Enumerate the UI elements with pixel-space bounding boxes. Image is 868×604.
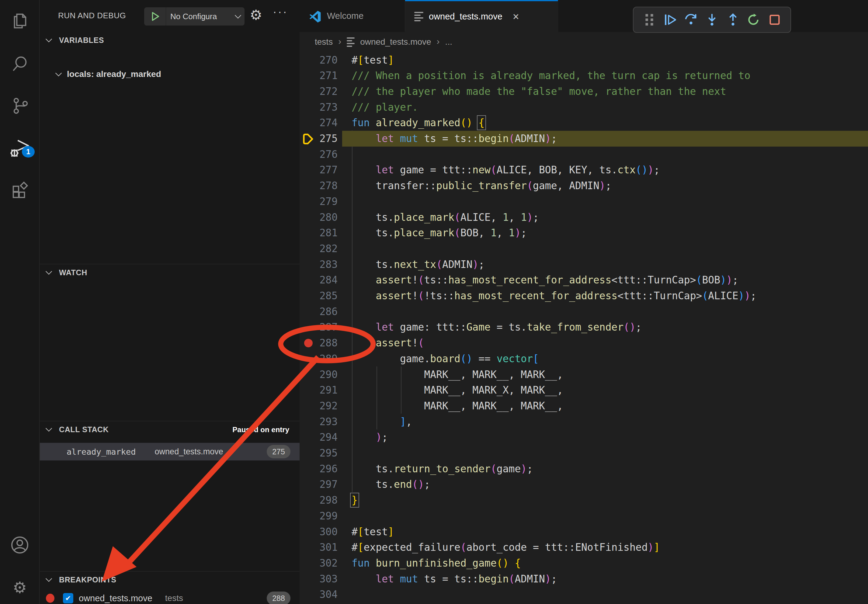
continue-icon[interactable] (662, 12, 678, 28)
gutter[interactable] (299, 571, 316, 587)
code-line-277[interactable]: 277 let game = ttt::new(ALICE, BOB, KEY,… (299, 162, 868, 178)
code-line-294[interactable]: 294 ); (299, 429, 868, 445)
code-line-271[interactable]: 271/// When a position is already marked… (299, 68, 868, 84)
tab-owned-tests-move[interactable]: owned_tests.move × (405, 0, 558, 32)
gutter[interactable] (299, 146, 316, 162)
gutter[interactable] (299, 414, 316, 429)
debug-settings-gear-icon[interactable]: ⚙ (250, 7, 262, 23)
code-line-281[interactable]: 281 ts.place_mark(BOB, 1, 1); (299, 225, 868, 241)
code-line-302[interactable]: 302fun burn_unfinished_game() { (299, 555, 868, 571)
code-line-288[interactable]: 288 assert!( (299, 335, 868, 351)
step-out-icon[interactable] (725, 12, 741, 28)
search-icon[interactable] (0, 49, 40, 79)
code-line-301[interactable]: 301#[expected_failure(abort_code = ttt::… (299, 539, 868, 555)
settings-gear-icon[interactable]: ⚙ (0, 573, 40, 602)
close-icon[interactable]: × (513, 10, 519, 23)
variables-section-header[interactable]: VARIABLES (40, 32, 299, 49)
code-line-297[interactable]: 297 ts.end(); (299, 477, 868, 492)
gutter[interactable] (299, 272, 316, 288)
code-line-304[interactable]: 304 (299, 587, 868, 602)
explorer-icon[interactable] (0, 7, 40, 36)
source-control-icon[interactable] (0, 91, 40, 121)
code-line-293[interactable]: 293 ], (299, 414, 868, 429)
gutter[interactable] (299, 256, 316, 272)
code-editor[interactable]: 270#[test]271/// When a position is alre… (299, 52, 868, 604)
code-line-289[interactable]: 289 game.board() == vector[ (299, 351, 868, 367)
code-line-296[interactable]: 296 ts.return_to_sender(game); (299, 461, 868, 477)
watch-section-header[interactable]: WATCH (40, 264, 299, 281)
code-line-279[interactable]: 279 (299, 194, 868, 209)
gutter[interactable] (299, 209, 316, 225)
run-config-button[interactable]: No Configura (144, 7, 245, 26)
gutter[interactable] (299, 225, 316, 241)
run-and-debug-icon[interactable]: 1 (0, 134, 40, 163)
code-line-292[interactable]: 292 MARK__, MARK__, MARK__, (299, 398, 868, 414)
call-stack-frame-row[interactable]: already_marked owned_tests.move 275 (40, 443, 299, 460)
more-actions-icon[interactable]: ··· (273, 5, 288, 19)
step-into-icon[interactable] (704, 12, 720, 28)
gutter[interactable] (299, 240, 316, 256)
gutter[interactable] (299, 587, 316, 602)
code-line-283[interactable]: 283 ts.next_tx(ADMIN); (299, 256, 868, 272)
gutter[interactable] (299, 398, 316, 414)
code-line-274[interactable]: 274fun already_marked() { (299, 115, 868, 131)
gutter[interactable] (299, 508, 316, 524)
gutter[interactable] (299, 52, 316, 68)
gutter[interactable] (299, 335, 316, 351)
code-line-282[interactable]: 282 (299, 240, 868, 256)
code-line-286[interactable]: 286 (299, 304, 868, 319)
gutter[interactable] (299, 477, 316, 492)
gutter[interactable] (299, 178, 316, 194)
gutter[interactable] (299, 445, 316, 461)
breakpoint-list-item[interactable]: ✔ owned_tests.move tests 288 (40, 589, 299, 604)
code-line-284[interactable]: 284 assert!(ts::has_most_recent_for_addr… (299, 272, 868, 288)
code-line-291[interactable]: 291 MARK__, MARK_X, MARK__, (299, 382, 868, 398)
start-debug-icon[interactable] (144, 7, 166, 26)
code-line-280[interactable]: 280 ts.place_mark(ALICE, 1, 1); (299, 209, 868, 225)
breadcrumb-folder[interactable]: tests (315, 37, 333, 47)
code-line-276[interactable]: 276 (299, 146, 868, 162)
restart-icon[interactable] (746, 12, 761, 28)
gutter[interactable] (299, 131, 316, 147)
gutter[interactable] (299, 304, 316, 319)
gutter[interactable] (299, 429, 316, 445)
gutter[interactable] (299, 524, 316, 539)
run-config-label[interactable]: No Configura (166, 12, 236, 21)
breakpoint-dot-icon[interactable] (304, 339, 313, 347)
gutter[interactable] (299, 83, 316, 99)
gutter[interactable] (299, 115, 316, 131)
code-line-273[interactable]: 273/// player. (299, 99, 868, 115)
gutter[interactable] (299, 351, 316, 367)
code-line-299[interactable]: 299 (299, 508, 868, 524)
gutter[interactable] (299, 492, 316, 508)
step-over-icon[interactable] (683, 12, 699, 28)
gutter[interactable] (299, 555, 316, 571)
code-line-285[interactable]: 285 assert!(!ts::has_most_recent_for_add… (299, 288, 868, 304)
code-line-300[interactable]: 300#[test] (299, 524, 868, 539)
code-line-290[interactable]: 290 MARK__, MARK__, MARK__, (299, 367, 868, 382)
account-icon[interactable] (0, 530, 40, 560)
code-line-275[interactable]: 275 let mut ts = ts::begin(ADMIN); (299, 131, 868, 147)
extensions-icon[interactable] (0, 176, 40, 205)
gutter[interactable] (299, 288, 316, 304)
tab-welcome[interactable]: Welcome (299, 0, 405, 32)
gutter[interactable] (299, 319, 316, 335)
breakpoint-checkbox[interactable]: ✔ (63, 593, 73, 603)
call-stack-section-header[interactable]: CALL STACK Paused on entry (40, 421, 299, 438)
gutter[interactable] (299, 539, 316, 555)
gutter[interactable] (299, 461, 316, 477)
code-line-298[interactable]: 298} (299, 492, 868, 508)
breadcrumb-more[interactable]: ... (445, 37, 452, 47)
code-line-303[interactable]: 303 let mut ts = ts::begin(ADMIN); (299, 571, 868, 587)
breadcrumb-file[interactable]: owned_tests.move (360, 37, 431, 47)
locals-scope-row[interactable]: locals: already_marked (40, 66, 299, 83)
code-line-272[interactable]: 272/// the player who made the "false" m… (299, 83, 868, 99)
gutter[interactable] (299, 99, 316, 115)
stop-icon[interactable] (767, 12, 783, 28)
gutter[interactable] (299, 162, 316, 178)
code-line-287[interactable]: 287 let game: ttt::Game = ts.take_from_s… (299, 319, 868, 335)
gutter[interactable] (299, 382, 316, 398)
gutter[interactable] (299, 367, 316, 382)
gutter[interactable] (299, 68, 316, 84)
code-line-270[interactable]: 270#[test] (299, 52, 868, 68)
